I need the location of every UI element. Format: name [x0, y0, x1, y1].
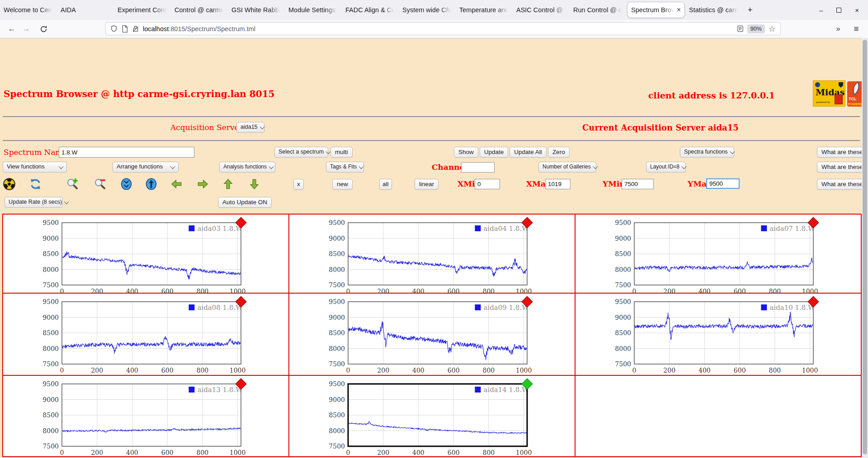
svg-text:8000: 8000	[42, 266, 59, 273]
radiation-icon[interactable]	[3, 178, 15, 190]
window-close-button[interactable]: ×	[855, 6, 859, 14]
spectrum-chart-aida08[interactable]: 7500800085009000950002004006008001000aid…	[33, 295, 260, 376]
reload-button[interactable]	[37, 20, 50, 38]
gallery-cell-aida07[interactable]: 7500800085009000950002004006008001000aid…	[575, 214, 861, 293]
tab-control-carme[interactable]: Control @ carme	[171, 0, 228, 20]
overflow-menu-button[interactable]: »	[832, 20, 844, 38]
acquisition-server-select[interactable]: aida15	[236, 122, 264, 133]
spectrum-chart-aida09[interactable]: 7500800085009000950002004006008001000aid…	[319, 295, 546, 376]
tab-temperature-and[interactable]: Temperature and	[456, 0, 513, 20]
tab-experiment-contr[interactable]: Experiment Contr	[114, 0, 171, 20]
what-are-these-button-1[interactable]: What are these?	[817, 147, 868, 158]
url-text[interactable]: localhost:8015/Spectrum/Spectrum.tml	[143, 25, 255, 33]
new-tab-button[interactable]: +	[742, 2, 758, 18]
spectrum-name-input[interactable]	[59, 147, 194, 158]
tab-run-control-ca[interactable]: Run Control @ ca	[570, 0, 627, 20]
arrange-functions-dropdown[interactable]: Arrange functions	[113, 162, 179, 173]
svg-text:600: 600	[161, 449, 174, 456]
view-functions-dropdown[interactable]: View functions	[3, 162, 67, 173]
new-button[interactable]: new	[332, 179, 353, 190]
spectrum-chart-aida10[interactable]: 7500800085009000950002004006008001000aid…	[605, 295, 832, 376]
arrow-left-icon[interactable]	[170, 178, 183, 190]
all-button[interactable]: all	[379, 179, 392, 190]
linear-button[interactable]: linear	[415, 179, 439, 190]
number-of-galleries-dropdown[interactable]: Number of Galleries	[538, 162, 596, 173]
layout-id-dropdown[interactable]: Layout ID=8	[646, 162, 686, 173]
arrow-down-icon[interactable]	[248, 178, 260, 190]
page-scrollbar[interactable]	[862, 38, 868, 458]
scrollbar-thumb[interactable]	[863, 40, 867, 454]
tags-fits-dropdown[interactable]: Tags & Fits	[326, 162, 364, 173]
page-proxy-icon[interactable]	[122, 25, 128, 33]
ymax-input[interactable]	[706, 178, 740, 189]
ymin-input[interactable]	[622, 179, 654, 189]
svg-text:9500: 9500	[329, 219, 345, 226]
gallery-cell-aida14[interactable]: 7500800085009000950002004006008001000aid…	[289, 375, 575, 457]
refresh-icon[interactable]	[29, 178, 42, 190]
tab-aida[interactable]: AIDA	[57, 0, 114, 20]
gallery-cell-aida08[interactable]: 7500800085009000950002004006008001000aid…	[3, 293, 289, 375]
window-minimize-button[interactable]: –	[819, 6, 823, 14]
forward-button[interactable]: →	[20, 20, 33, 38]
update-rate-dropdown[interactable]: Update Rate (8 secs)	[5, 197, 63, 208]
spectra-functions-value: Spectra functions	[684, 148, 728, 156]
reader-view-icon[interactable]	[737, 25, 744, 32]
gallery-cell-aida09[interactable]: 7500800085009000950002004006008001000aid…	[289, 293, 575, 375]
tab-close-icon[interactable]: ×	[677, 6, 681, 14]
gallery-cell-aida03[interactable]: 7500800085009000950002004006008001000aid…	[3, 214, 289, 293]
select-spectrum-dropdown[interactable]: Select a spectrum	[274, 147, 328, 158]
update-all-button[interactable]: Update All	[509, 147, 547, 158]
spectra-functions-dropdown[interactable]: Spectra functions	[680, 147, 734, 158]
tab-fadc-align-co[interactable]: FADC Align & Co	[342, 0, 399, 20]
shield-icon[interactable]	[110, 25, 118, 33]
multi-button[interactable]: multi	[330, 147, 353, 158]
analysis-functions-dropdown[interactable]: Analysis functions	[219, 162, 275, 173]
svg-text:9000: 9000	[329, 396, 345, 403]
tab-system-wide-che[interactable]: System wide Che	[399, 0, 456, 20]
tab-asic-control-c[interactable]: ASIC Control @ c	[513, 0, 570, 20]
svg-text:8500: 8500	[615, 329, 631, 336]
expand-y-icon[interactable]	[145, 178, 157, 190]
zoom-in-icon[interactable]	[66, 178, 79, 190]
svg-text:800: 800	[197, 449, 209, 456]
connection-icon[interactable]	[132, 25, 139, 33]
spectrum-chart-aida14[interactable]: 7500800085009000950002004006008001000aid…	[319, 378, 546, 458]
spectrum-chart-aida04[interactable]: 7500800085009000950002004006008001000aid…	[319, 216, 546, 297]
svg-text:800: 800	[197, 367, 209, 374]
what-are-these-button-3[interactable]: What are these?	[817, 179, 868, 190]
what-are-these-button-2[interactable]: What are these?	[817, 162, 868, 173]
tab-gsi-white-rabbit[interactable]: GSI White Rabbit	[228, 0, 285, 20]
gallery-cell-aida10[interactable]: 7500800085009000950002004006008001000aid…	[575, 293, 861, 375]
svg-text:9500: 9500	[42, 380, 59, 388]
url-bar[interactable]: localhost:8015/Spectrum/Spectrum.tml 90%…	[105, 22, 781, 35]
analysis-functions-value: Analysis functions	[223, 163, 267, 171]
zoom-out-icon[interactable]	[94, 178, 106, 190]
back-button[interactable]: ←	[5, 20, 18, 38]
auto-update-button[interactable]: Auto Update ON	[218, 197, 272, 208]
xmin-input[interactable]	[475, 179, 500, 189]
tab-module-settings[interactable]: Module Settings	[285, 0, 342, 20]
bookmark-star-icon[interactable]: ☆	[769, 24, 776, 34]
tab-label: ASIC Control @ c	[516, 6, 566, 14]
gallery-cell-aida04[interactable]: 7500800085009000950002004006008001000aid…	[289, 214, 575, 293]
tab-welcome-to-cent[interactable]: Welcome to Cent	[0, 0, 57, 20]
app-menu-button[interactable]: ≡	[850, 20, 863, 38]
tab-statistics-carm[interactable]: Statistics @ carm	[685, 0, 742, 20]
arrow-up-icon[interactable]	[222, 178, 234, 190]
x-axis-button[interactable]: x	[293, 179, 304, 190]
zero-button[interactable]: Zero	[548, 147, 570, 158]
zoom-level-badge[interactable]: 90%	[747, 24, 765, 33]
spectrum-chart-aida07[interactable]: 7500800085009000950002004006008001000aid…	[605, 216, 832, 297]
show-button[interactable]: Show	[454, 147, 478, 158]
update-button[interactable]: Update	[480, 147, 509, 158]
xmax-input[interactable]	[545, 179, 571, 189]
midas-logo[interactable]: Midas powered by	[813, 80, 845, 107]
arrow-right-icon[interactable]	[197, 178, 209, 190]
channel-input[interactable]	[461, 162, 495, 173]
shrink-y-icon[interactable]	[120, 178, 132, 190]
tab-spectrum-brow[interactable]: Spectrum Brow×	[627, 2, 684, 18]
spectrum-chart-aida03[interactable]: 7500800085009000950002004006008001000aid…	[33, 216, 260, 297]
window-maximize-button[interactable]	[836, 8, 841, 13]
gallery-cell-aida13[interactable]: 7500800085009000950002004006008001000aid…	[3, 375, 289, 457]
spectrum-chart-aida13[interactable]: 7500800085009000950002004006008001000aid…	[33, 378, 260, 458]
